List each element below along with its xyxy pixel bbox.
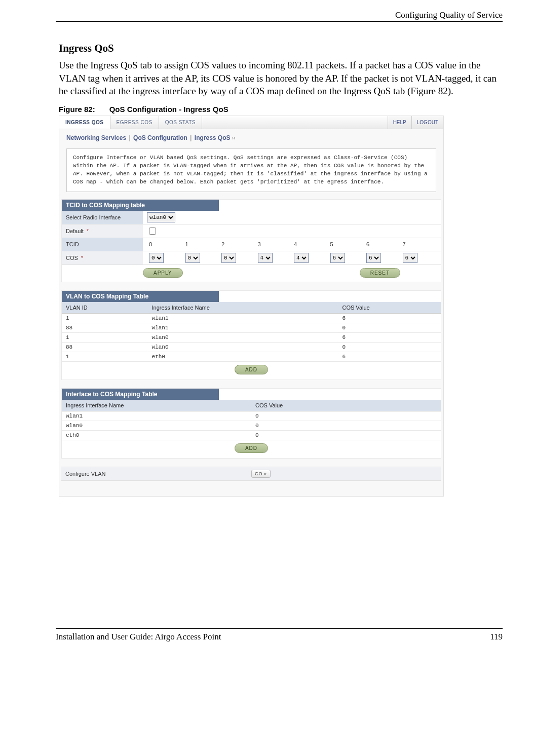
vlan-section: VLAN to COS Mapping Table VLAN ID Ingres…: [61, 290, 441, 380]
configure-vlan-label: Configure VLAN: [65, 471, 251, 477]
tcid-4: 4: [292, 241, 328, 247]
table-row: 1eth06: [62, 352, 441, 361]
tab-qos-stats[interactable]: QOS STATS: [159, 116, 202, 129]
breadcrumb-c: Ingress QoS: [195, 134, 231, 141]
tab-egress-cos[interactable]: EGRESS COS: [110, 116, 159, 129]
cos-select-4[interactable]: 4: [294, 253, 309, 263]
tcid-2: 2: [219, 241, 256, 247]
default-label: Default*: [62, 224, 143, 238]
vlan-add-button[interactable]: ADD: [235, 365, 268, 374]
iface-section: Interface to COS Mapping Table Ingress I…: [61, 388, 441, 459]
table-row: 88wlan10: [62, 323, 441, 332]
tcid-7: 7: [401, 241, 437, 247]
vlan-th-0: VLAN ID: [62, 302, 148, 314]
configure-vlan-row: Configure VLAN GO »: [61, 467, 441, 481]
radio-interface-label: Select Radio Interface: [62, 211, 143, 224]
table-row: wlan00: [62, 421, 441, 430]
footer-page-number: 119: [490, 632, 503, 642]
cos-select-3[interactable]: 4: [258, 253, 273, 263]
table-row: 88wlan00: [62, 342, 441, 352]
cos-select-2[interactable]: 0: [221, 253, 236, 263]
header-right-text: Configuring Quality of Service: [395, 10, 503, 20]
breadcrumb-a: Networking Services: [66, 134, 126, 141]
tcid-values: 0 1 2 3 4 5 6 7: [147, 241, 437, 247]
tcid-0: 0: [147, 241, 183, 247]
table-row: wlan10: [62, 411, 441, 421]
footer-left: Installation and User Guide: Airgo Acces…: [56, 632, 221, 642]
breadcrumb-b: QoS Configuration: [133, 134, 187, 141]
help-button[interactable]: HELP: [388, 116, 411, 129]
page-footer: Installation and User Guide: Airgo Acces…: [56, 628, 503, 642]
iface-th-0: Ingress Interface Name: [62, 400, 251, 411]
tcid-section: TCID to COS Mapping table Select Radio I…: [61, 199, 441, 282]
tcid-6: 6: [364, 241, 401, 247]
tcid-row-label: TCID: [62, 238, 143, 251]
cos-select-7[interactable]: 6: [403, 253, 417, 263]
qos-screenshot: INGRESS QOS EGRESS COS QOS STATS HELP LO…: [59, 116, 444, 497]
page-header: Configuring Quality of Service: [56, 10, 503, 22]
tab-bar: INGRESS QOS EGRESS COS QOS STATS HELP LO…: [59, 116, 443, 129]
vlan-section-title: VLAN to COS Mapping Table: [62, 291, 219, 302]
breadcrumb: Networking Services | QoS Configuration …: [59, 129, 443, 144]
vlan-table: VLAN ID Ingress Interface Name COS Value…: [62, 302, 441, 362]
logout-button[interactable]: LOGOUT: [411, 116, 443, 129]
vlan-th-2: COS Value: [338, 302, 441, 314]
iface-table: Ingress Interface Name COS Value wlan10 …: [62, 400, 441, 440]
tcid-5: 5: [328, 241, 365, 247]
configure-vlan-go-button[interactable]: GO »: [251, 470, 271, 478]
figure-title: QoS Configuration - Ingress QoS: [109, 105, 229, 114]
vlan-th-1: Ingress Interface Name: [148, 302, 338, 314]
radio-interface-select[interactable]: wlan0: [147, 212, 175, 222]
table-row: 1wlan16: [62, 313, 441, 323]
iface-section-title: Interface to COS Mapping Table: [62, 389, 219, 400]
description-box: Configure Interface or VLAN based QoS se…: [66, 148, 436, 192]
tcid-3: 3: [256, 241, 292, 247]
section-title: Ingress QoS: [59, 42, 503, 55]
cos-select-6[interactable]: 6: [366, 253, 381, 263]
table-row: 1wlan06: [62, 332, 441, 342]
tcid-1: 1: [183, 241, 220, 247]
iface-th-1: COS Value: [251, 400, 441, 411]
cos-row-label: COS*: [62, 251, 143, 264]
tcid-section-title: TCID to COS Mapping table: [62, 200, 219, 211]
apply-button[interactable]: APPLY: [143, 268, 183, 278]
tab-ingress-qos[interactable]: INGRESS QOS: [59, 116, 110, 129]
figure-caption: Figure 82:QoS Configuration - Ingress Qo…: [59, 105, 503, 114]
body-paragraph: Use the Ingress QoS tab to assign COS va…: [59, 59, 503, 98]
reset-button[interactable]: RESET: [360, 268, 400, 278]
default-checkbox[interactable]: [149, 228, 156, 235]
figure-number: Figure 82:: [59, 105, 95, 114]
cos-select-1[interactable]: 0: [185, 253, 200, 263]
cos-select-5[interactable]: 6: [330, 253, 345, 263]
cos-select-0[interactable]: 0: [149, 253, 164, 263]
iface-add-button[interactable]: ADD: [235, 443, 268, 453]
table-row: eth00: [62, 430, 441, 440]
